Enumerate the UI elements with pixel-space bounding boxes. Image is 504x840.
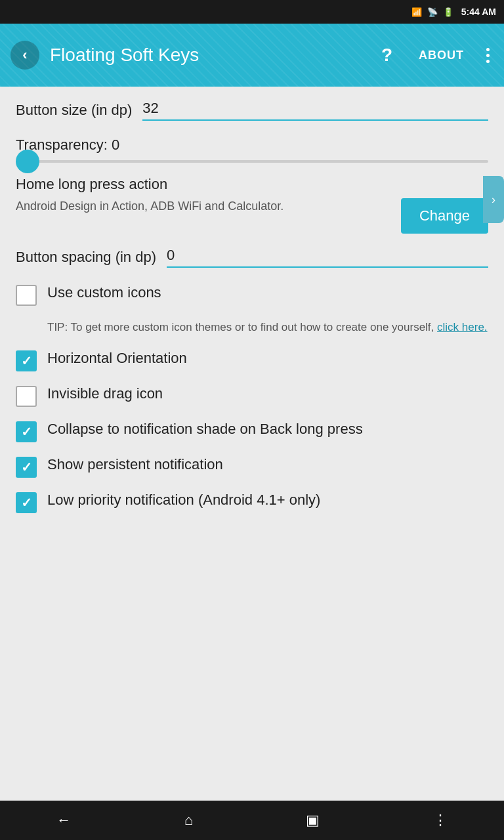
edge-tab[interactable]: › — [483, 176, 504, 223]
about-button[interactable]: ABOUT — [411, 43, 472, 68]
invisible-drag-row: Invisible drag icon — [16, 385, 488, 407]
button-size-input[interactable] — [142, 100, 488, 121]
wifi-icon: 📶 — [411, 7, 422, 17]
back-arrow-icon: ‹ — [22, 47, 27, 64]
transparency-slider[interactable] — [16, 160, 488, 163]
more-options-button[interactable] — [482, 43, 494, 68]
collapse-notification-checkbox[interactable] — [16, 421, 37, 442]
home-long-press-desc: Android Design in Action, ADB WiFi and C… — [16, 198, 390, 215]
transparency-slider-container — [16, 160, 488, 163]
button-size-row: Button size (in dp) — [16, 100, 488, 121]
nav-bar: ← ⌂ ▣ ⋮ — [0, 801, 504, 840]
help-button[interactable]: ? — [373, 39, 400, 71]
home-long-press-section: Home long press action Android Design in… — [16, 176, 488, 234]
collapse-notification-label: Collapse to notification shade on Back l… — [47, 420, 488, 439]
dot3 — [486, 60, 490, 63]
app-bar: ‹ Floating Soft Keys ? ABOUT — [0, 24, 504, 87]
button-size-label: Button size (in dp) — [16, 102, 132, 119]
signal-icon: 📡 — [427, 7, 438, 17]
custom-icons-checkbox[interactable] — [16, 285, 37, 306]
button-spacing-label: Button spacing (in dp) — [16, 249, 156, 266]
main-content: Button size (in dp) Transparency: 0 Home… — [0, 87, 504, 801]
home-long-press-title: Home long press action — [16, 176, 488, 193]
nav-recents-button[interactable]: ▣ — [293, 805, 333, 835]
low-priority-notification-row: Low priority notification (Android 4.1+ … — [16, 491, 488, 513]
nav-home-button[interactable]: ⌂ — [171, 805, 206, 835]
change-button[interactable]: Change — [401, 198, 488, 234]
horizontal-orientation-label: Horizontal Orientation — [47, 349, 488, 368]
low-priority-notification-label: Low priority notification (Android 4.1+ … — [47, 491, 488, 510]
invisible-drag-checkbox[interactable] — [16, 386, 37, 407]
persistent-notification-label: Show persistent notification — [47, 455, 488, 474]
app-title: Floating Soft Keys — [50, 45, 363, 66]
nav-back-button[interactable]: ← — [43, 805, 84, 835]
nav-more-icon: ⋮ — [433, 812, 448, 829]
chevron-right-icon: › — [492, 193, 495, 207]
horizontal-orientation-checkbox[interactable] — [16, 350, 37, 371]
button-spacing-input[interactable] — [167, 247, 488, 268]
persistent-notification-checkbox[interactable] — [16, 457, 37, 478]
invisible-drag-label: Invisible drag icon — [47, 385, 488, 404]
use-custom-icons-row: Use custom icons — [16, 284, 488, 306]
nav-home-icon: ⌂ — [184, 812, 193, 829]
battery-icon: 🔋 — [443, 7, 453, 17]
low-priority-notification-checkbox[interactable] — [16, 492, 37, 513]
dot1 — [486, 48, 490, 51]
transparency-section: Transparency: 0 — [16, 136, 488, 163]
button-spacing-row: Button spacing (in dp) — [16, 247, 488, 268]
collapse-notification-row: Collapse to notification shade on Back l… — [16, 420, 488, 442]
action-row: Android Design in Action, ADB WiFi and C… — [16, 198, 488, 234]
status-bar: 📶 📡 🔋 5:44 AM — [0, 0, 504, 24]
tip-text: TIP: To get more custom icon themes or t… — [47, 319, 488, 336]
status-time: 5:44 AM — [461, 7, 496, 17]
nav-more-button[interactable]: ⋮ — [420, 805, 461, 835]
tip-link[interactable]: click here. — [437, 321, 488, 333]
back-button[interactable]: ‹ — [10, 41, 39, 70]
nav-back-icon: ← — [56, 812, 71, 829]
persistent-notification-row: Show persistent notification — [16, 455, 488, 478]
nav-recents-icon: ▣ — [306, 812, 320, 829]
horizontal-orientation-row: Horizontal Orientation — [16, 349, 488, 371]
dot2 — [486, 54, 490, 57]
custom-icons-label: Use custom icons — [47, 284, 488, 303]
